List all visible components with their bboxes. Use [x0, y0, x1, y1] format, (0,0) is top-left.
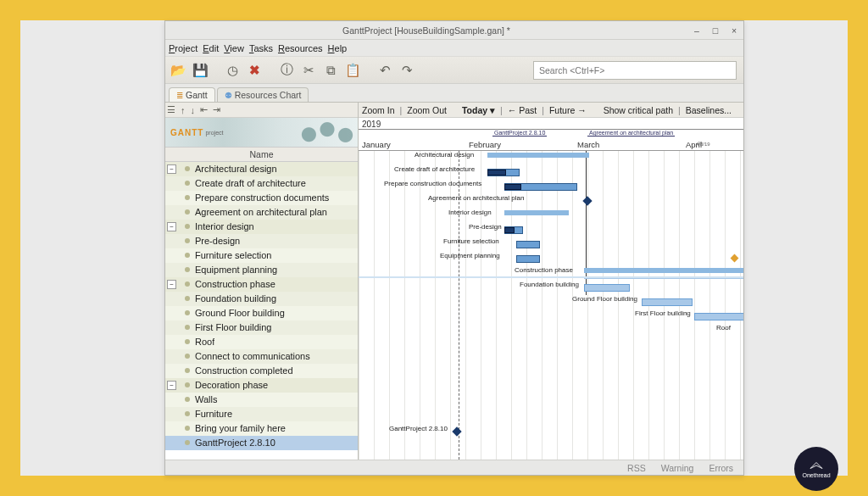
task-label: Pre-design	[195, 236, 240, 246]
delete-icon[interactable]: ✖	[243, 59, 265, 81]
menu-help[interactable]: Help	[328, 43, 348, 53]
milestone-diamond-icon[interactable]	[582, 196, 592, 205]
gantt-bar-label: GanttProject 2.8.10	[389, 425, 448, 432]
gantt-bar-label: Foundation building	[520, 281, 579, 288]
status-warning[interactable]: Warning	[661, 463, 694, 473]
milestone-label: GanttProject 2.8.10	[492, 130, 547, 137]
milestone-diamond-icon[interactable]	[452, 426, 461, 436]
outdent-icon[interactable]: ⇤	[200, 104, 208, 115]
task-tree[interactable]: −Architectural designCreate draft of arc…	[165, 162, 358, 460]
task-row[interactable]: Equipment planning	[165, 263, 358, 277]
task-toolbar: ☰ ↑ ↓ ⇤ ⇥	[165, 103, 358, 118]
gantt-bar[interactable]	[516, 241, 540, 248]
task-row[interactable]: Agreement on architectural plan	[165, 205, 358, 220]
expander-icon[interactable]: −	[167, 381, 176, 390]
cut-icon[interactable]: ✂	[298, 59, 320, 81]
indent-icon[interactable]: ⇥	[213, 104, 220, 115]
task-row[interactable]: Prepare construction documents	[165, 191, 358, 205]
menu-project[interactable]: Project	[169, 43, 198, 53]
expander-icon[interactable]: −	[167, 222, 176, 231]
gantt-bar[interactable]	[642, 298, 693, 306]
list-icon[interactable]: ☰	[167, 104, 175, 115]
task-label: Roof	[195, 337, 214, 347]
gantt-bar-label: First Floor building	[635, 309, 691, 317]
task-row[interactable]: Ground Floor building	[165, 306, 358, 320]
task-row[interactable]: Furniture selection	[165, 248, 358, 263]
menu-edit[interactable]: Edit	[203, 43, 219, 53]
task-list-pane: ☰ ↑ ↓ ⇤ ⇥ GANTTproject Name −Architectur…	[165, 103, 359, 460]
tab-row: ≣Gantt ⚉Resources Chart	[165, 84, 743, 103]
today-button[interactable]: Today ▾	[462, 105, 495, 115]
minimize-icon[interactable]: –	[689, 25, 704, 36]
month-label: March	[577, 140, 599, 149]
task-row[interactable]: −Construction phase	[165, 277, 358, 292]
baselines-button[interactable]: Baselines...	[686, 105, 732, 115]
undo-icon[interactable]: ↶	[374, 59, 396, 81]
task-row[interactable]: Connect to communications	[165, 349, 358, 364]
task-row[interactable]: First Floor building	[165, 320, 358, 335]
open-icon[interactable]: 📂	[167, 59, 189, 81]
save-icon[interactable]: 💾	[189, 59, 211, 81]
task-row[interactable]: GanttProject 2.8.10	[165, 436, 358, 450]
zoom-out-button[interactable]: Zoom Out	[407, 105, 447, 115]
down-icon[interactable]: ↓	[191, 105, 196, 115]
task-row[interactable]: Roof	[165, 335, 358, 349]
up-icon[interactable]: ↑	[181, 105, 186, 115]
maximize-icon[interactable]: □	[708, 25, 723, 36]
badge-icon	[809, 460, 824, 471]
task-row[interactable]: Construction completed	[165, 364, 358, 378]
task-row[interactable]: −Architectural design	[165, 162, 358, 176]
task-label: Ground Floor building	[195, 308, 285, 318]
task-label: Walls	[195, 394, 217, 404]
gantt-bar-label: Equipment planning	[440, 252, 500, 259]
gantt-bar-label: Pre-design	[469, 223, 502, 231]
toolbar: 📂 💾 ◷ ✖ ⓘ ✂ ⧉ 📋 ↶ ↷	[165, 57, 743, 84]
menubar: Project Edit View Tasks Resources Help	[165, 40, 743, 57]
statusbar: RSS Warning Errors	[165, 460, 743, 475]
task-row[interactable]: Furniture	[165, 407, 358, 421]
menu-tasks[interactable]: Tasks	[249, 43, 273, 53]
gantt-chart[interactable]: Architectural designCreate draft of arch…	[359, 151, 743, 460]
column-header-name[interactable]: Name	[165, 147, 358, 162]
tab-gantt[interactable]: ≣Gantt	[169, 87, 215, 102]
status-rss[interactable]: RSS	[627, 463, 646, 473]
zoom-in-button[interactable]: Zoom In	[362, 105, 395, 115]
task-label: Bring your family here	[195, 423, 286, 433]
gantt-summary-bar[interactable]	[504, 210, 569, 215]
month-label: February	[469, 140, 501, 149]
task-row[interactable]: −Decoration phase	[165, 378, 358, 393]
gantt-bar-label: Create draft of architecture	[394, 165, 475, 173]
redo-icon[interactable]: ↷	[396, 59, 418, 81]
past-button[interactable]: ← Past	[508, 105, 537, 115]
close-icon[interactable]: ×	[726, 25, 742, 36]
task-row[interactable]: Foundation building	[165, 292, 358, 306]
task-row[interactable]: Pre-design	[165, 234, 358, 248]
menu-view[interactable]: View	[224, 43, 244, 53]
menu-resources[interactable]: Resources	[278, 43, 323, 53]
history-icon[interactable]: ◷	[221, 59, 243, 81]
task-label: Interior design	[195, 221, 254, 231]
gantt-bar-label: Architectural design	[415, 151, 474, 159]
status-errors[interactable]: Errors	[709, 463, 733, 473]
search-input[interactable]	[533, 61, 737, 80]
future-button[interactable]: Future →	[549, 105, 587, 115]
copy-icon[interactable]: ⧉	[320, 59, 342, 81]
expander-icon[interactable]: −	[167, 280, 176, 289]
gantt-summary-bar[interactable]	[584, 268, 743, 273]
info-icon[interactable]: ⓘ	[275, 59, 298, 81]
task-label: Decoration phase	[195, 380, 268, 390]
task-label: Foundation building	[195, 293, 276, 304]
gantt-bar[interactable]	[694, 313, 743, 320]
tab-resources-chart[interactable]: ⚉Resources Chart	[217, 87, 309, 102]
task-row[interactable]: −Interior design	[165, 220, 358, 234]
gantt-bar[interactable]	[584, 284, 630, 292]
critical-path-button[interactable]: Show critical path	[604, 105, 673, 115]
paste-icon[interactable]: 📋	[342, 59, 364, 81]
gantt-summary-bar[interactable]	[487, 153, 589, 158]
gantt-bar[interactable]	[516, 255, 540, 263]
gantt-bar-label: Construction phase	[515, 266, 573, 274]
task-row[interactable]: Create draft of architecture	[165, 176, 358, 191]
expander-icon[interactable]: −	[167, 164, 176, 174]
task-row[interactable]: Bring your family here	[165, 421, 358, 436]
task-row[interactable]: Walls	[165, 393, 358, 407]
